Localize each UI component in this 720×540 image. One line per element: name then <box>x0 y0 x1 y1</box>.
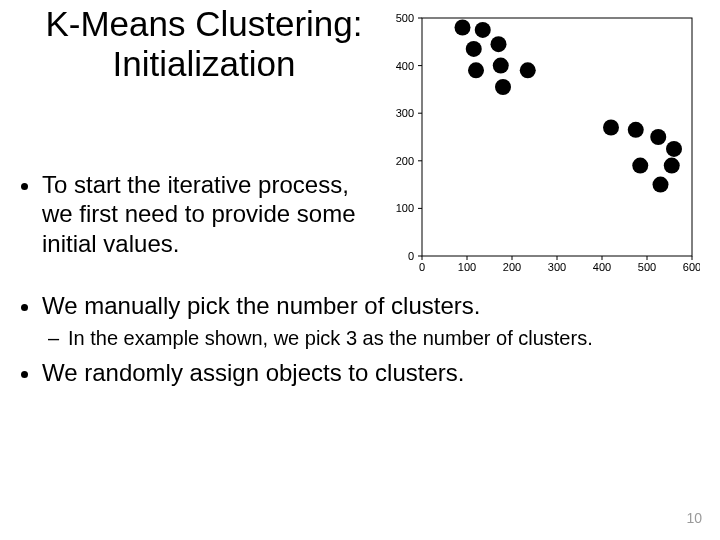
svg-text:200: 200 <box>396 155 414 167</box>
svg-text:0: 0 <box>408 250 414 262</box>
svg-point-41 <box>653 177 669 193</box>
svg-point-38 <box>666 141 682 157</box>
svg-text:100: 100 <box>458 261 476 273</box>
sub-bullet-item: In the example shown, we pick 3 as the n… <box>68 325 720 351</box>
bullet-list-2: We manually pick the number of clusters.… <box>0 290 720 388</box>
svg-text:0: 0 <box>419 261 425 273</box>
svg-text:600: 600 <box>683 261 700 273</box>
svg-point-30 <box>491 36 507 52</box>
bullet-list-1: To start the iterative process, we first… <box>0 170 382 258</box>
svg-text:300: 300 <box>548 261 566 273</box>
svg-text:500: 500 <box>396 12 414 24</box>
svg-point-40 <box>664 158 680 174</box>
page-title: K-Means Clustering: Initialization <box>24 4 384 85</box>
bullet-item: We manually pick the number of clusters.… <box>42 290 720 351</box>
svg-point-36 <box>628 122 644 138</box>
sub-bullet-list: In the example shown, we pick 3 as the n… <box>42 325 720 351</box>
svg-text:500: 500 <box>638 261 656 273</box>
svg-point-33 <box>495 79 511 95</box>
svg-point-29 <box>475 22 491 38</box>
svg-point-35 <box>603 119 619 135</box>
svg-point-32 <box>493 58 509 74</box>
svg-text:200: 200 <box>503 261 521 273</box>
svg-point-34 <box>520 62 536 78</box>
page-number: 10 <box>686 510 702 526</box>
svg-point-28 <box>466 41 482 57</box>
svg-text:400: 400 <box>593 261 611 273</box>
scatter-chart: 01002003004005006000100200300400500 <box>380 10 700 280</box>
svg-point-37 <box>650 129 666 145</box>
bullet-text: We manually pick the number of clusters. <box>42 292 480 319</box>
bullet-item: To start the iterative process, we first… <box>42 170 382 258</box>
svg-point-27 <box>455 20 471 36</box>
svg-text:300: 300 <box>396 107 414 119</box>
svg-text:400: 400 <box>396 60 414 72</box>
chart-svg: 01002003004005006000100200300400500 <box>380 10 700 280</box>
svg-point-39 <box>632 158 648 174</box>
svg-point-31 <box>468 62 484 78</box>
bullet-item: We randomly assign objects to clusters. <box>42 357 720 388</box>
svg-text:100: 100 <box>396 202 414 214</box>
